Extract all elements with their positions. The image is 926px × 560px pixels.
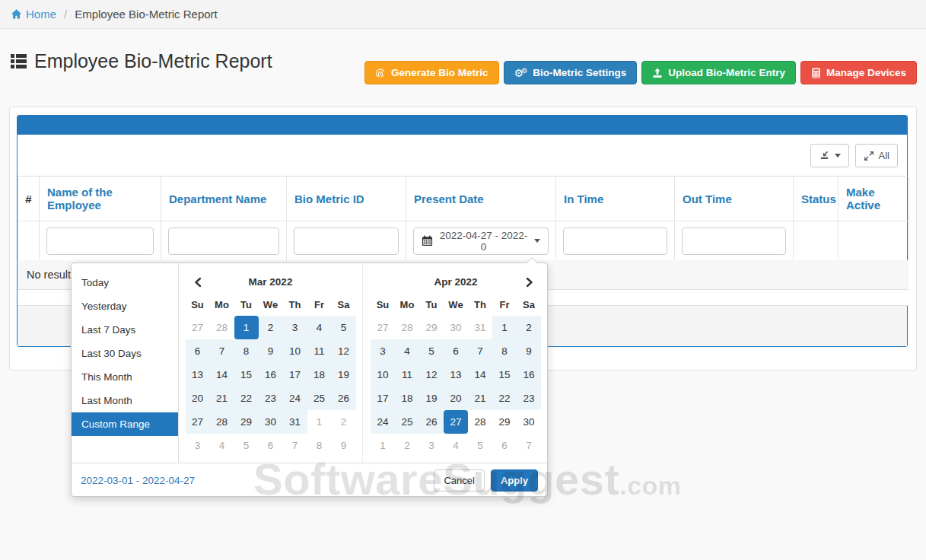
calendar-day[interactable]: 29	[419, 316, 444, 339]
column-header-department-name[interactable]: Department Name	[161, 177, 287, 221]
manage-devices-button[interactable]: Manage Devices	[800, 61, 917, 84]
calendar-day[interactable]: 9	[259, 339, 283, 363]
calendar-day[interactable]: 6	[186, 339, 210, 363]
calendar-day[interactable]: 3	[283, 316, 307, 339]
range-option-last-7-days[interactable]: Last 7 Days	[72, 318, 178, 342]
chevron-right-icon[interactable]	[521, 274, 538, 291]
calendar-day[interactable]: 31	[283, 410, 307, 434]
calendar-day[interactable]: 13	[186, 363, 210, 387]
calendar-day[interactable]: 16	[517, 363, 541, 387]
export-button[interactable]	[810, 144, 849, 167]
calendar-day[interactable]: 3	[371, 339, 395, 363]
calendar-day[interactable]: 30	[444, 316, 468, 339]
range-option-custom-range[interactable]: Custom Range	[72, 412, 178, 436]
calendar-day[interactable]: 6	[259, 434, 283, 457]
calendar-day[interactable]: 11	[307, 339, 332, 363]
cancel-button[interactable]: Cancel	[434, 469, 484, 492]
range-option-yesterday[interactable]: Yesterday	[72, 294, 178, 318]
calendar-day[interactable]: 27	[186, 316, 210, 339]
calendar-day[interactable]: 12	[332, 339, 356, 363]
calendar-day[interactable]: 5	[419, 339, 444, 363]
column-header-in-time[interactable]: In Time	[556, 177, 675, 221]
apply-button[interactable]: Apply	[491, 469, 538, 492]
calendar-day[interactable]: 12	[419, 363, 444, 387]
calendar-day[interactable]: 5	[468, 434, 492, 457]
calendar-day[interactable]: 23	[517, 387, 541, 410]
calendar-day[interactable]: 29	[234, 410, 259, 434]
calendar-day[interactable]: 30	[259, 410, 283, 434]
calendar-day[interactable]: 15	[234, 363, 259, 387]
calendar-day[interactable]: 24	[371, 410, 395, 434]
calendar-day[interactable]: 14	[468, 363, 492, 387]
calendar-day[interactable]: 8	[492, 339, 517, 363]
calendar-day[interactable]: 9	[517, 339, 541, 363]
calendar-day[interactable]: 23	[259, 387, 283, 410]
calendar-day[interactable]: 3	[186, 434, 210, 457]
calendar-day[interactable]: 14	[210, 363, 234, 387]
calendar-day[interactable]: 2	[259, 316, 283, 339]
column-header-index[interactable]: #	[18, 177, 40, 221]
range-option-last-30-days[interactable]: Last 30 Days	[72, 342, 178, 365]
calendar-day[interactable]: 9	[332, 434, 356, 457]
calendar-day[interactable]: 25	[395, 410, 419, 434]
calendar-day[interactable]: 7	[210, 339, 234, 363]
calendar-day[interactable]: 2	[395, 434, 419, 457]
column-header-status[interactable]: Status	[794, 177, 838, 221]
range-option-today[interactable]: Today	[72, 271, 178, 294]
calendar-day[interactable]: 7	[468, 339, 492, 363]
calendar-day[interactable]: 8	[234, 339, 259, 363]
bio-metric-settings-button[interactable]: ⚙⚙ Bio-Metric Settings	[504, 61, 638, 84]
calendar-day[interactable]: 1	[371, 434, 395, 457]
calendar-day[interactable]: 4	[395, 339, 419, 363]
calendar-day[interactable]: 28	[210, 410, 234, 434]
calendar-day[interactable]: 2	[517, 316, 541, 339]
calendar-day[interactable]: 17	[371, 387, 395, 410]
calendar-day[interactable]: 10	[283, 339, 307, 363]
calendar-day[interactable]: 20	[186, 387, 210, 410]
calendar-day[interactable]: 6	[444, 339, 468, 363]
calendar-day[interactable]: 28	[395, 316, 419, 339]
calendar-day[interactable]: 1	[307, 410, 332, 434]
calendar-day[interactable]: 27	[371, 316, 395, 339]
column-header-out-time[interactable]: Out Time	[675, 177, 794, 221]
calendar-day[interactable]: 4	[444, 434, 468, 457]
calendar-day[interactable]: 27	[186, 410, 210, 434]
calendar-day[interactable]: 28	[468, 410, 492, 434]
calendar-day[interactable]: 3	[419, 434, 444, 457]
calendar-day[interactable]: 10	[371, 363, 395, 387]
chevron-left-icon[interactable]	[189, 274, 206, 291]
filter-employee-name-input[interactable]	[46, 228, 154, 255]
calendar-day[interactable]: 26	[419, 410, 444, 434]
filter-bio-metric-id-input[interactable]	[294, 228, 399, 255]
calendar-day[interactable]: 31	[468, 316, 492, 339]
calendar-day[interactable]: 19	[419, 387, 444, 410]
generate-bio-metric-button[interactable]: Generate Bio Metric	[364, 61, 499, 84]
expand-all-button[interactable]: All	[855, 144, 898, 167]
column-header-employee-name[interactable]: Name of the Employee	[40, 177, 161, 221]
calendar-day[interactable]: 15	[492, 363, 517, 387]
range-option-last-month[interactable]: Last Month	[72, 389, 178, 412]
calendar-day[interactable]: 1	[234, 316, 259, 339]
date-range-picker-button[interactable]: 2022-04-27 - 2022-0	[413, 228, 549, 255]
calendar-day[interactable]: 18	[307, 363, 332, 387]
calendar-day[interactable]: 8	[307, 434, 332, 457]
calendar-day[interactable]: 22	[492, 387, 517, 410]
calendar-day[interactable]: 21	[210, 387, 234, 410]
calendar-day[interactable]: 21	[468, 387, 492, 410]
calendar-day[interactable]: 5	[234, 434, 259, 457]
column-header-present-date[interactable]: Present Date	[406, 177, 556, 221]
calendar-day[interactable]: 19	[332, 363, 356, 387]
calendar-day[interactable]: 24	[283, 387, 307, 410]
calendar-day[interactable]: 6	[492, 434, 517, 457]
calendar-day[interactable]: 7	[283, 434, 307, 457]
calendar-day[interactable]: 28	[210, 316, 234, 339]
calendar-day[interactable]: 30	[517, 410, 541, 434]
calendar-day[interactable]: 7	[517, 434, 541, 457]
column-header-bio-metric-id[interactable]: Bio Metric ID	[287, 177, 406, 221]
column-header-make-active[interactable]: Make Active	[838, 177, 909, 221]
calendar-day[interactable]: 16	[259, 363, 283, 387]
calendar-day[interactable]: 18	[395, 387, 419, 410]
calendar-day[interactable]: 4	[307, 316, 332, 339]
breadcrumb-home-link[interactable]: Home	[11, 8, 56, 21]
calendar-day[interactable]: 5	[332, 316, 356, 339]
